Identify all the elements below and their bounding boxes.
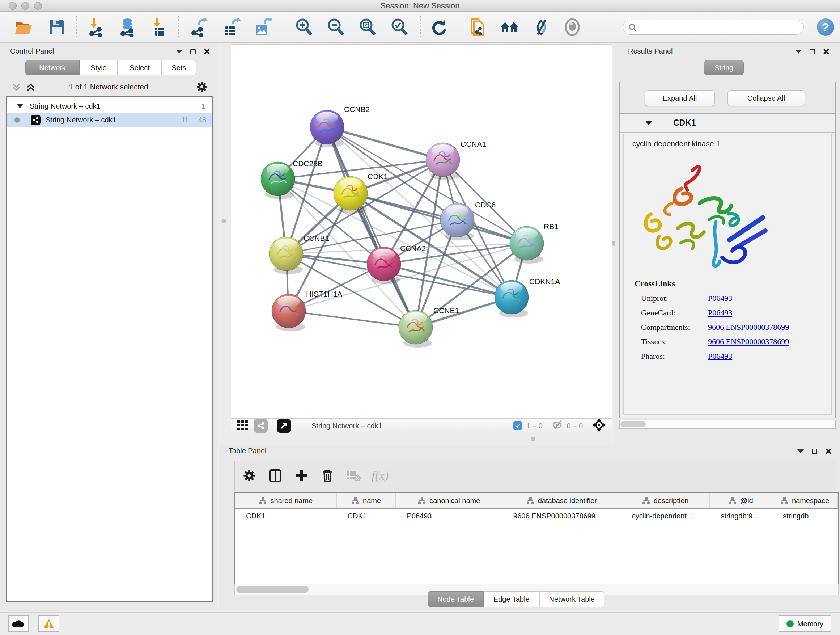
node-CCNA2[interactable] (367, 247, 401, 284)
add-column-icon[interactable] (294, 468, 309, 484)
search-input[interactable] (639, 21, 798, 33)
save-session-icon[interactable] (48, 18, 66, 36)
panel-menu-icon[interactable] (795, 50, 802, 54)
crosslink-row: GeneCard: P06493 (635, 308, 789, 318)
memory-button[interactable]: Memory (778, 616, 831, 632)
cloud-button[interactable] (8, 616, 29, 632)
import-network-database-icon[interactable] (118, 18, 137, 36)
table-cell[interactable]: 9606.ENSP00000378699 (502, 509, 621, 523)
cloud-icon (12, 619, 25, 629)
string-view-icon[interactable] (254, 419, 268, 432)
network-row-selected[interactable]: String Network – cdk1 11 48 (6, 113, 212, 127)
entry-header[interactable]: CDK1 (620, 114, 835, 133)
node-CDKN1A[interactable] (494, 280, 529, 318)
export-network-icon[interactable] (189, 18, 208, 36)
import-table-icon[interactable] (150, 18, 169, 36)
node-CCNE1[interactable] (399, 310, 433, 348)
tab-network[interactable]: Network (25, 60, 80, 75)
string-glass-effect-icon[interactable] (532, 18, 551, 36)
network-graph[interactable]: CCNB2CCNA1CDC25BCDK1CDC6RB1CCNB1CCNA2CDK… (231, 44, 612, 418)
node-HIST1H1A[interactable] (272, 294, 306, 331)
table-row[interactable]: CDK1CDK1P064939606.ENSP00000378699cyclin… (235, 509, 838, 524)
node-CDC6[interactable] (440, 203, 474, 241)
export-table-icon[interactable] (222, 18, 241, 36)
node-CDK1[interactable] (333, 176, 368, 214)
table-cell[interactable]: stringdb (772, 509, 838, 523)
edge-HIST1H1A-CCNE1[interactable] (289, 311, 416, 327)
network-selection-info: 1 of 1 Network selected (0, 82, 217, 91)
collapse-all-button[interactable]: Collapse All (728, 90, 805, 106)
expand-all-button[interactable]: Expand All (645, 90, 715, 106)
left-splitter-handle[interactable] (221, 219, 226, 223)
network-options-gear-icon[interactable] (195, 80, 208, 95)
node-CCNB1[interactable] (269, 237, 303, 274)
column-header[interactable]: name (337, 493, 396, 508)
network-canvas[interactable]: CCNB2CCNA1CDC25BCDK1CDC6RB1CCNB1CCNA2CDK… (231, 44, 612, 418)
results-horizontal-scrollbar[interactable] (619, 420, 836, 429)
delete-column-icon[interactable] (319, 468, 335, 484)
close-panel-icon[interactable] (204, 49, 210, 54)
help-button[interactable]: ? (817, 19, 834, 36)
column-header[interactable]: shared name (235, 493, 337, 508)
tab-select[interactable]: Select (118, 60, 162, 75)
string-clone-network-icon[interactable] (468, 18, 487, 36)
crosslink-link[interactable]: 9606.ENSP00000378699 (708, 337, 789, 347)
crosslink-link[interactable]: P06493 (708, 352, 732, 361)
import-network-icon[interactable] (87, 18, 106, 36)
crosslink-link[interactable]: P06493 (708, 294, 732, 303)
panel-menu-icon[interactable] (797, 449, 804, 453)
float-panel-icon[interactable] (812, 448, 817, 454)
table-cell[interactable]: CDK1 (235, 509, 337, 523)
export-image-icon[interactable] (253, 18, 272, 36)
crosslink-link[interactable]: P06493 (708, 308, 732, 318)
tab-edge-table[interactable]: Edge Table (484, 591, 539, 607)
string-eye-icon[interactable] (563, 18, 582, 36)
bottom-splitter-handle[interactable] (531, 437, 535, 441)
network-collection-row[interactable]: String Network – cdk1 1 (6, 99, 212, 113)
selected-checkbox-icon[interactable] (513, 421, 522, 430)
fit-selected-crosshair-icon[interactable] (592, 418, 606, 434)
refresh-icon[interactable] (430, 18, 448, 36)
entry-collapse-icon[interactable] (645, 120, 652, 125)
node-CDC25B[interactable] (261, 162, 295, 199)
string-home-icon[interactable] (500, 18, 519, 36)
show-columns-icon[interactable] (267, 468, 283, 484)
column-header[interactable]: canonical name (396, 493, 502, 508)
warnings-button[interactable] (38, 616, 59, 632)
results-buttons-box: Expand All Collapse All (619, 82, 836, 114)
crosslink-link[interactable]: 9606.ENSP00000378699 (708, 323, 789, 332)
control-panel-tabs: Network Style Select Sets (25, 60, 196, 75)
table-cell[interactable]: stringdb:9... (710, 509, 772, 523)
tab-node-table[interactable]: Node Table (428, 591, 484, 607)
open-session-icon[interactable] (14, 18, 33, 36)
tab-network-table[interactable]: Network Table (539, 591, 605, 607)
table-cell[interactable]: CDK1 (337, 509, 396, 523)
panel-menu-icon[interactable] (176, 50, 182, 54)
column-header[interactable]: @id (710, 493, 772, 508)
zoom-in-icon[interactable] (294, 18, 313, 36)
zoom-fit-icon[interactable] (358, 18, 377, 36)
column-header[interactable]: namespace (772, 493, 838, 508)
float-panel-icon[interactable] (190, 49, 196, 54)
column-header[interactable]: database identifier (502, 493, 621, 508)
collection-expand-icon[interactable] (17, 104, 23, 108)
node-label-CDKN1A: CDKN1A (529, 277, 560, 286)
zoom-selected-icon[interactable] (390, 18, 409, 36)
close-panel-icon[interactable] (823, 49, 829, 54)
tab-string[interactable]: String (704, 60, 744, 75)
table-cell[interactable]: P06493 (396, 509, 502, 523)
birdseye-grid-icon[interactable] (236, 418, 249, 433)
table-gear-icon[interactable] (241, 468, 257, 484)
open-in-browser-icon[interactable] (277, 419, 291, 432)
column-header[interactable]: description (621, 493, 710, 508)
node-CCNB2[interactable] (310, 110, 344, 147)
node-CCNA1[interactable] (426, 143, 460, 180)
hidden-eye-icon[interactable] (552, 420, 563, 432)
zoom-out-icon[interactable] (326, 18, 345, 36)
table-cell[interactable]: cyclin-dependent ... (621, 509, 710, 523)
tab-style[interactable]: Style (80, 60, 118, 75)
node-RB1[interactable] (510, 226, 544, 264)
tab-sets[interactable]: Sets (162, 60, 196, 75)
float-panel-icon[interactable] (810, 49, 815, 54)
close-panel-icon[interactable] (825, 448, 831, 454)
